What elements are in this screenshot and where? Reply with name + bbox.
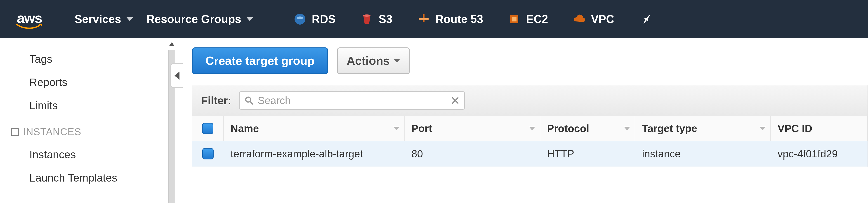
main-panel: Create target group Actions Filter:: [181, 38, 868, 203]
aws-logo-text: aws: [17, 10, 42, 26]
nav-shortcut-label: Route 53: [435, 13, 483, 26]
nav-shortcut-s3[interactable]: S3: [361, 13, 393, 26]
search-input[interactable]: [258, 94, 451, 107]
scroll-up-icon[interactable]: [168, 41, 176, 48]
actions-button[interactable]: Actions: [337, 47, 410, 74]
s3-icon: [361, 13, 373, 26]
svg-point-2: [363, 14, 370, 17]
cell-name: terraform-example-alb-target: [224, 141, 405, 167]
sidebar-item-limits[interactable]: Limits: [0, 94, 163, 117]
cell-vpc-id: vpc-4f01fd29: [771, 141, 868, 167]
filter-bar: Filter:: [192, 85, 868, 116]
sidebar-item-tags[interactable]: Tags: [0, 47, 163, 71]
cell-target-type: instance: [635, 141, 771, 167]
search-field[interactable]: [239, 91, 465, 110]
checkbox-all[interactable]: [202, 123, 213, 134]
aws-logo[interactable]: aws: [13, 10, 45, 29]
body: Tags Reports Limits − INSTANCES Instance…: [0, 38, 868, 203]
sidebar-collapse-handle[interactable]: [170, 63, 183, 88]
actions-button-label: Actions: [347, 54, 390, 68]
nav-shortcut-vpc[interactable]: VPC: [573, 13, 614, 26]
sidebar-item-reports[interactable]: Reports: [0, 71, 163, 94]
pin-icon: [639, 12, 654, 27]
sidebar-section-label: INSTANCES: [23, 126, 81, 137]
aws-smile-icon: [13, 24, 45, 29]
col-vpc-id-label: VPC ID: [778, 123, 812, 135]
nav-pin-button[interactable]: [641, 14, 652, 25]
caret-down-icon: [127, 18, 133, 21]
table-header-row: Name Port Protocol Target type VPC ID: [192, 116, 868, 141]
nav-resource-groups[interactable]: Resource Groups: [147, 13, 253, 26]
clear-search-icon[interactable]: [451, 96, 459, 105]
col-port-label: Port: [411, 123, 432, 135]
nav-shortcut-label: VPC: [591, 13, 614, 26]
chevron-left-icon: [175, 72, 180, 80]
sort-caret-icon: [393, 127, 400, 130]
ec2-icon: [508, 13, 521, 26]
col-select[interactable]: [192, 116, 224, 141]
nav-services-label: Services: [74, 13, 121, 26]
svg-point-1: [297, 16, 303, 19]
col-protocol-label: Protocol: [547, 123, 589, 135]
sidebar-divider: [163, 38, 181, 203]
sidebar-section-instances[interactable]: − INSTANCES: [0, 117, 163, 143]
top-nav: aws Services Resource Groups RDS S3 Rout…: [0, 0, 868, 38]
col-protocol[interactable]: Protocol: [540, 116, 635, 141]
nav-services[interactable]: Services: [74, 13, 133, 26]
svg-rect-3: [423, 14, 425, 22]
toolbar: Create target group Actions: [192, 47, 868, 74]
col-target-type-label: Target type: [642, 123, 698, 135]
sort-caret-icon: [529, 127, 535, 130]
nav-resource-groups-label: Resource Groups: [147, 13, 241, 26]
rds-icon: [293, 13, 306, 26]
svg-line-8: [250, 102, 253, 104]
create-target-group-button[interactable]: Create target group: [192, 47, 328, 74]
svg-rect-6: [512, 17, 517, 22]
filter-label: Filter:: [201, 94, 231, 107]
caret-down-icon: [247, 18, 253, 21]
nav-shortcut-label: EC2: [526, 13, 548, 26]
search-icon: [245, 96, 254, 105]
target-groups-table: Name Port Protocol Target type VPC ID: [192, 116, 868, 167]
sort-caret-icon: [760, 127, 766, 130]
cell-protocol: HTTP: [540, 141, 635, 167]
nav-shortcut-rds[interactable]: RDS: [293, 13, 336, 26]
collapse-toggle-icon[interactable]: −: [11, 128, 19, 136]
col-name-label: Name: [230, 123, 259, 135]
col-vpc-id[interactable]: VPC ID: [771, 116, 868, 141]
nav-shortcut-ec2[interactable]: EC2: [508, 13, 548, 26]
cell-port: 80: [405, 141, 540, 167]
vpc-icon: [573, 13, 586, 26]
caret-down-icon: [394, 59, 400, 63]
route53-icon: [417, 13, 430, 26]
nav-shortcut-label: S3: [379, 13, 393, 26]
nav-shortcut-label: RDS: [312, 13, 336, 26]
table-row[interactable]: terraform-example-alb-target 80 HTTP ins…: [192, 141, 868, 167]
row-select[interactable]: [192, 141, 224, 167]
sidebar: Tags Reports Limits − INSTANCES Instance…: [0, 38, 163, 203]
sidebar-item-launch-templates[interactable]: Launch Templates: [0, 166, 163, 190]
svg-rect-4: [418, 18, 429, 20]
nav-shortcut-route53[interactable]: Route 53: [417, 13, 483, 26]
sidebar-item-instances[interactable]: Instances: [0, 143, 163, 166]
sort-caret-icon: [624, 127, 630, 130]
col-target-type[interactable]: Target type: [635, 116, 771, 141]
checkbox-row[interactable]: [202, 148, 214, 160]
col-name[interactable]: Name: [224, 116, 405, 141]
col-port[interactable]: Port: [405, 116, 540, 141]
